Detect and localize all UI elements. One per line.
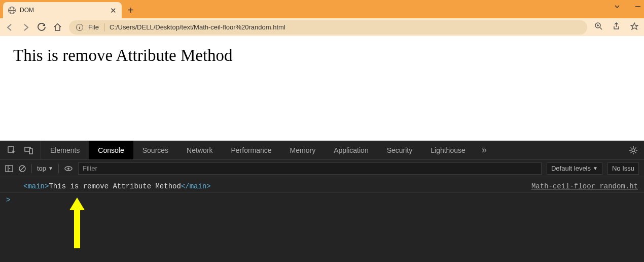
url-divider bbox=[104, 23, 104, 31]
devtools-tab-memory[interactable]: Memory bbox=[281, 141, 325, 159]
browser-tab[interactable]: DOM ✕ bbox=[3, 2, 122, 18]
html-text-content: This is remove Attribute Method bbox=[49, 182, 181, 190]
console-log-row[interactable]: <main>This is remove Attribute Method</m… bbox=[0, 180, 644, 193]
context-selector[interactable]: top ▼ bbox=[37, 165, 53, 172]
tab-title: DOM bbox=[20, 7, 106, 14]
devtools-tab-performance[interactable]: Performance bbox=[222, 141, 280, 159]
annotation-arrow bbox=[67, 198, 87, 248]
reload-button[interactable] bbox=[38, 23, 46, 31]
svg-line-12 bbox=[20, 167, 24, 171]
console-toolbar: top ▼ Filter Default levels ▼ No Issu bbox=[0, 160, 644, 177]
svg-rect-7 bbox=[29, 149, 32, 154]
devtools-tab-application[interactable]: Application bbox=[325, 141, 378, 159]
page-heading: This is remove Attribute Method bbox=[13, 46, 631, 65]
globe-icon bbox=[8, 7, 16, 14]
console-log-content: <main>This is remove Attribute Method</m… bbox=[23, 182, 531, 190]
devtools-tab-elements[interactable]: Elements bbox=[41, 141, 89, 159]
url-bar[interactable]: i File C:/Users/DELL/Desktop/text/Math-c… bbox=[69, 20, 587, 35]
issues-label: No Issu bbox=[612, 165, 634, 172]
window-controls bbox=[614, 3, 641, 10]
url-path: C:/Users/DELL/Desktop/text/Math-ceil-flo… bbox=[110, 23, 580, 31]
tab-close-icon[interactable]: ✕ bbox=[110, 7, 117, 14]
tab-strip: DOM ✕ + bbox=[0, 0, 644, 18]
console-prompt[interactable]: > bbox=[0, 193, 644, 207]
context-label: top bbox=[37, 165, 46, 172]
toolbar-separator bbox=[58, 164, 59, 173]
svg-point-14 bbox=[67, 168, 69, 170]
forward-button[interactable] bbox=[21, 23, 30, 32]
devtools-tab-overflow-icon[interactable]: » bbox=[475, 141, 494, 159]
console-source-link[interactable]: Math-ceil-floor random.ht bbox=[531, 182, 638, 190]
chevron-down-icon: ▼ bbox=[593, 166, 598, 171]
devtools-tab-console[interactable]: Console bbox=[89, 141, 133, 159]
console-clear-icon[interactable] bbox=[18, 165, 26, 173]
devtools-panel: Elements Console Sources Network Perform… bbox=[0, 141, 644, 262]
page-viewport: This is remove Attribute Method bbox=[0, 36, 644, 141]
devtools-settings-icon[interactable] bbox=[623, 141, 644, 159]
url-scheme: File bbox=[88, 23, 99, 31]
bookmark-icon[interactable] bbox=[630, 22, 639, 33]
devtools-tab-lighthouse[interactable]: Lighthouse bbox=[421, 141, 475, 159]
log-levels-selector[interactable]: Default levels ▼ bbox=[547, 162, 602, 175]
live-expression-icon[interactable] bbox=[64, 165, 73, 173]
svg-point-8 bbox=[632, 149, 635, 152]
devtools-tab-network[interactable]: Network bbox=[177, 141, 222, 159]
console-filter-input[interactable]: Filter bbox=[78, 162, 542, 175]
issues-button[interactable]: No Issu bbox=[607, 162, 639, 175]
info-icon[interactable]: i bbox=[76, 24, 83, 31]
window-minimize-icon[interactable] bbox=[635, 3, 641, 10]
levels-label: Default levels bbox=[551, 165, 591, 172]
html-open-tag: <main> bbox=[23, 182, 49, 190]
device-toggle-icon[interactable] bbox=[24, 146, 33, 155]
home-button[interactable] bbox=[53, 23, 62, 31]
zoom-icon[interactable] bbox=[594, 22, 603, 32]
inspect-element-icon[interactable] bbox=[7, 146, 16, 155]
console-output: <main>This is remove Attribute Method</m… bbox=[0, 177, 644, 262]
devtools-tab-sources[interactable]: Sources bbox=[133, 141, 177, 159]
svg-line-2 bbox=[600, 27, 602, 29]
new-tab-button[interactable]: + bbox=[128, 2, 134, 18]
window-chevron-icon[interactable] bbox=[614, 3, 621, 10]
devtools-tab-bar: Elements Console Sources Network Perform… bbox=[0, 141, 644, 160]
devtools-tab-security[interactable]: Security bbox=[378, 141, 422, 159]
console-sidebar-toggle-icon[interactable] bbox=[5, 165, 13, 173]
share-icon[interactable] bbox=[612, 22, 621, 32]
chevron-down-icon: ▼ bbox=[48, 166, 53, 171]
filter-placeholder: Filter bbox=[83, 165, 97, 172]
prompt-chevron-icon: > bbox=[6, 196, 10, 204]
back-button[interactable] bbox=[5, 23, 14, 32]
html-close-tag: </main> bbox=[181, 182, 211, 190]
browser-toolbar: i File C:/Users/DELL/Desktop/text/Math-c… bbox=[0, 18, 644, 36]
toolbar-separator bbox=[31, 164, 32, 173]
